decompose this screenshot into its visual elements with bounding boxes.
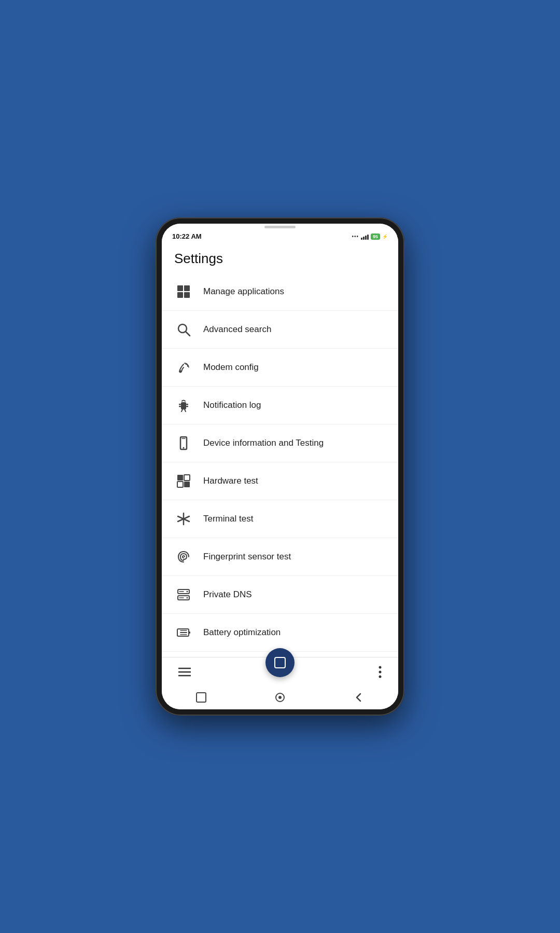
menu-item-advanced-search[interactable]: Advanced search xyxy=(162,311,398,349)
hardware-test-label: Hardware test xyxy=(203,476,258,486)
private-dns-label: Private DNS xyxy=(203,589,252,600)
svg-rect-17 xyxy=(177,475,183,481)
signal-icon xyxy=(361,234,369,240)
svg-point-47 xyxy=(278,696,282,699)
menu-item-modem-config[interactable]: Modem config xyxy=(162,349,398,387)
svg-rect-11 xyxy=(186,406,188,407)
search-icon xyxy=(174,320,193,339)
smartphone-icon xyxy=(174,434,193,452)
notch xyxy=(162,224,398,228)
menu-item-manage-applications[interactable]: Manage applications xyxy=(162,273,398,311)
fab-button[interactable] xyxy=(265,648,295,677)
svg-rect-2 xyxy=(177,292,183,298)
modem-config-label: Modem config xyxy=(203,362,259,373)
svg-rect-3 xyxy=(184,292,190,298)
phone-wave-icon xyxy=(174,358,193,377)
phone-device: 10:22 AM ••• 95 ⚡ Settings xyxy=(156,217,404,716)
svg-rect-20 xyxy=(184,482,190,487)
svg-rect-10 xyxy=(179,406,181,407)
fab-square-icon xyxy=(274,657,286,668)
page-title: Settings xyxy=(162,242,398,273)
svg-point-6 xyxy=(179,371,182,373)
hamburger-menu-button[interactable] xyxy=(174,663,195,681)
more-dots-icon: ••• xyxy=(352,234,359,239)
svg-point-26 xyxy=(187,591,188,593)
svg-line-13 xyxy=(185,409,186,411)
menu-item-fingerprint[interactable]: Fingerprint sensor test xyxy=(162,538,398,576)
phone-screen: 10:22 AM ••• 95 ⚡ Settings xyxy=(162,224,398,709)
svg-rect-1 xyxy=(184,285,190,291)
device-info-label: Device information and Testing xyxy=(203,438,324,448)
nav-bar xyxy=(162,657,398,687)
home-button[interactable] xyxy=(274,692,286,703)
svg-rect-7 xyxy=(181,402,186,409)
status-time: 10:22 AM xyxy=(172,232,202,240)
status-bar: 10:22 AM ••• 95 ⚡ xyxy=(162,228,398,242)
server-icon xyxy=(174,585,193,604)
bug-icon xyxy=(174,396,193,415)
screen-content: Settings Manage applications xyxy=(162,242,398,657)
recent-apps-button[interactable] xyxy=(195,692,207,703)
menu-item-battery-optimization[interactable]: Battery optimization xyxy=(162,614,398,652)
svg-point-43 xyxy=(379,671,382,674)
terminal-test-label: Terminal test xyxy=(203,514,253,524)
notification-log-label: Notification log xyxy=(203,400,261,410)
more-options-button[interactable] xyxy=(374,662,386,682)
svg-point-44 xyxy=(379,676,382,678)
status-icons: ••• 95 ⚡ xyxy=(352,234,388,240)
svg-line-5 xyxy=(186,332,190,336)
menu-list: Manage applications Advanced search xyxy=(162,273,398,657)
manage-applications-label: Manage applications xyxy=(203,286,284,297)
grid-icon xyxy=(174,282,193,301)
svg-rect-0 xyxy=(177,285,183,291)
menu-item-private-dns[interactable]: Private DNS xyxy=(162,576,398,614)
battery-icon: 95 xyxy=(371,234,380,240)
svg-point-27 xyxy=(187,597,188,599)
grid-quad-icon xyxy=(174,472,193,490)
menu-item-hardware-test[interactable]: Hardware test xyxy=(162,462,398,500)
menu-item-device-info[interactable]: Device information and Testing xyxy=(162,424,398,462)
svg-rect-8 xyxy=(179,404,181,405)
battery-opt-icon xyxy=(174,623,193,642)
asterisk-icon xyxy=(174,510,193,528)
battery-optimization-label: Battery optimization xyxy=(203,627,281,638)
system-nav xyxy=(162,687,398,709)
menu-item-terminal-test[interactable]: Terminal test xyxy=(162,500,398,538)
advanced-search-label: Advanced search xyxy=(203,324,271,335)
back-button[interactable] xyxy=(353,692,365,703)
svg-point-15 xyxy=(183,447,185,449)
fingerprint-label: Fingerprint sensor test xyxy=(203,552,291,562)
svg-rect-18 xyxy=(184,475,190,481)
fingerprint-icon xyxy=(174,547,193,566)
charging-icon: ⚡ xyxy=(382,234,388,239)
svg-rect-19 xyxy=(177,482,183,487)
svg-rect-45 xyxy=(197,693,206,702)
svg-point-42 xyxy=(379,666,382,669)
svg-rect-31 xyxy=(189,632,190,634)
svg-rect-9 xyxy=(186,404,188,405)
svg-line-12 xyxy=(181,409,183,411)
menu-item-notification-log[interactable]: Notification log xyxy=(162,387,398,424)
